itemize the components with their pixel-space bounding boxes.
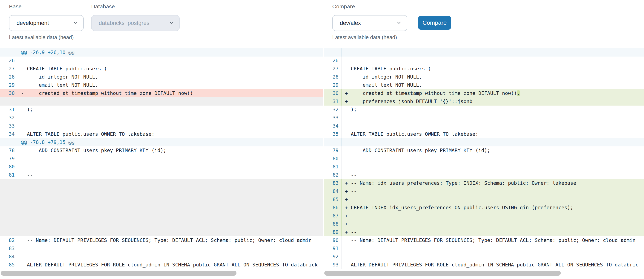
line-number [0, 228, 18, 236]
line-number: 79 [0, 155, 18, 163]
code-line: + [342, 220, 644, 228]
line-number: 27 [324, 65, 342, 73]
line-number: 29 [0, 81, 18, 89]
line-number: 28 [324, 73, 342, 81]
line-number: 27 [0, 65, 18, 73]
code-line: + [342, 212, 644, 220]
line-number: 26 [324, 56, 342, 65]
diff-row: 92 [324, 253, 644, 261]
line-number [324, 138, 342, 146]
diff-row: 83 -- [0, 245, 323, 253]
base-horizontal-scrollbar-thumb[interactable] [1, 271, 236, 276]
diff-row: 27 CREATE TABLE public.users ( [324, 65, 644, 73]
diff-row: 79 ADD CONSTRAINT users_pkey PRIMARY KEY… [324, 146, 644, 155]
diff-row: 89+ -- [324, 228, 644, 236]
line-number [0, 204, 18, 212]
code-line [342, 138, 644, 146]
code-line: id integer NOT NULL, [342, 73, 644, 81]
code-line [18, 114, 323, 122]
diff-row: 26 [0, 56, 323, 65]
code-line [18, 179, 323, 187]
diff-row: 85 ALTER DEFAULT PRIVILEGES FOR ROLE clo… [0, 261, 323, 269]
compare-button[interactable]: Compare [418, 16, 451, 30]
line-number: 34 [0, 130, 18, 138]
code-line [342, 253, 644, 261]
code-line: + -- Name: idx_users_preferences; Type: … [342, 179, 644, 187]
line-number: 89 [324, 228, 342, 236]
compare-select-value: dev/alex [333, 20, 361, 26]
compare-select[interactable]: dev/alex [332, 15, 407, 31]
code-line: - created_at timestamp without time zone… [18, 89, 323, 97]
compare-head-note: Latest available data (head) [332, 34, 397, 40]
line-number: 34 [324, 122, 342, 130]
code-line [18, 204, 323, 212]
line-number: 84 [0, 253, 18, 261]
diff-row: 86+ CREATE INDEX idx_users_preferences O… [324, 204, 644, 212]
diff-row: @@ -26,9 +26,10 @@ [0, 48, 323, 56]
line-number: 84 [324, 187, 342, 195]
line-number [0, 97, 18, 106]
line-number [0, 138, 18, 146]
base-select[interactable]: development [9, 15, 84, 31]
diff-row: 34 ALTER TABLE public.users OWNER TO lak… [0, 130, 323, 138]
code-line: ALTER TABLE public.users OWNER TO lakeba… [18, 130, 323, 138]
code-line [18, 212, 323, 220]
code-line: ADD CONSTRAINT users_pkey PRIMARY KEY (i… [342, 146, 644, 155]
word-diff-highlight: , [517, 90, 520, 96]
code-line: -- [18, 245, 323, 253]
code-line [342, 56, 644, 65]
diff-row: 31 ); [0, 106, 323, 114]
diff-row: 34 [324, 122, 644, 130]
diff-row [0, 97, 323, 106]
line-number [0, 179, 18, 187]
diff-row: 32 [0, 114, 323, 122]
diff-row: 26 [324, 56, 644, 65]
line-number: 80 [0, 163, 18, 171]
code-line: CREATE TABLE public.users ( [18, 65, 323, 73]
diff-row [0, 228, 323, 236]
diff-row: 27 CREATE TABLE public.users ( [0, 65, 323, 73]
line-number [0, 212, 18, 220]
code-line: ALTER DEFAULT PRIVILEGES FOR ROLE cloud_… [18, 261, 323, 269]
code-line: id integer NOT NULL, [18, 73, 323, 81]
diff-row: 85+ [324, 195, 644, 204]
line-number: 83 [324, 179, 342, 187]
line-number: 28 [0, 73, 18, 81]
diff-row: 28 id integer NOT NULL, [324, 73, 644, 81]
diff-row: 33 [0, 122, 323, 130]
line-number: 82 [324, 171, 342, 179]
diff-row [0, 187, 323, 195]
code-line [342, 155, 644, 163]
line-number: 80 [324, 155, 342, 163]
diff-row [0, 179, 323, 187]
diff-row: 28 id integer NOT NULL, [0, 73, 323, 81]
line-number: 85 [324, 195, 342, 204]
line-number [324, 48, 342, 56]
schema-compare-page: Base development Latest available data (… [0, 0, 644, 279]
diff-row: 79 [0, 155, 323, 163]
code-line [18, 97, 323, 106]
base-horizontal-scrollbar[interactable] [0, 271, 323, 276]
diff-row: 93 ALTER DEFAULT PRIVILEGES FOR ROLE clo… [324, 261, 644, 269]
line-number: 90 [324, 236, 342, 245]
line-number: 30 [0, 89, 18, 97]
diff-row: 81 [324, 163, 644, 171]
code-line: + created_at timestamp without time zone… [342, 89, 644, 97]
code-line [342, 122, 644, 130]
line-number: 35 [324, 130, 342, 138]
diff-row: 81 -- [0, 171, 323, 179]
base-select-value: development [10, 20, 49, 26]
compare-horizontal-scrollbar[interactable] [324, 271, 644, 276]
code-line: -- [342, 171, 644, 179]
diff-row: 33 [324, 114, 644, 122]
line-number [0, 220, 18, 228]
diff-row: 29 email text NOT NULL, [0, 81, 323, 89]
code-line: -- [342, 245, 644, 253]
line-number: 31 [324, 97, 342, 106]
compare-horizontal-scrollbar-thumb[interactable] [324, 271, 561, 276]
diff-row: 35 ALTER TABLE public.users OWNER TO lak… [324, 130, 644, 138]
diff-row: 80 [324, 155, 644, 163]
code-line [18, 187, 323, 195]
diff-row: 84 [0, 253, 323, 261]
code-line: ADD CONSTRAINT users_pkey PRIMARY KEY (i… [18, 146, 323, 155]
